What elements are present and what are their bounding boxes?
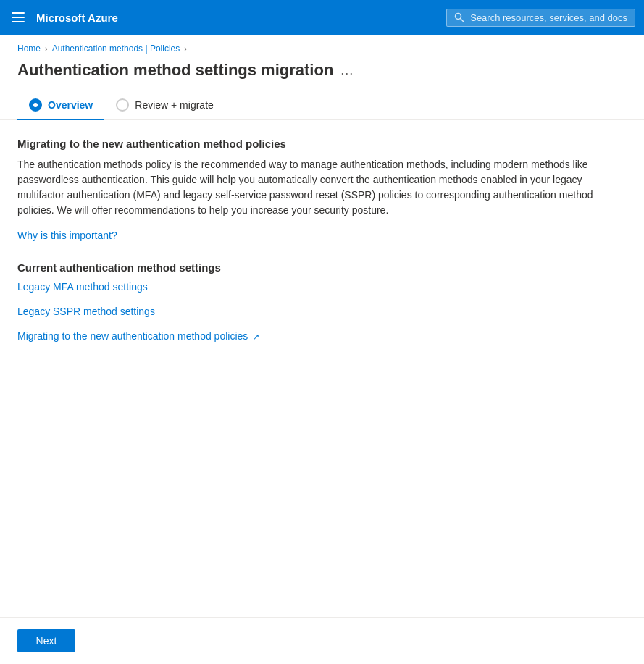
- tab-overview-label: Overview: [48, 99, 93, 111]
- breadcrumb: Home › Authentication methods | Policies…: [0, 35, 644, 58]
- breadcrumb-parent[interactable]: Authentication methods | Policies: [52, 43, 180, 54]
- link-item-sspr: Legacy SSPR method settings: [17, 306, 627, 317]
- breadcrumb-sep-2: ›: [184, 44, 187, 53]
- tab-review-indicator: [116, 98, 129, 112]
- svg-rect-2: [12, 21, 25, 22]
- svg-rect-0: [12, 12, 25, 14]
- page-header: Authentication method settings migration…: [0, 58, 644, 91]
- more-options-button[interactable]: ...: [340, 63, 354, 78]
- page-title: Authentication method settings migration: [17, 61, 333, 80]
- migrating-policies-label: Migrating to the new authentication meth…: [17, 330, 248, 342]
- breadcrumb-home[interactable]: Home: [17, 43, 41, 54]
- legacy-mfa-link[interactable]: Legacy MFA method settings: [17, 281, 148, 293]
- breadcrumb-sep-1: ›: [45, 44, 48, 53]
- tabs-bar: Overview Review + migrate: [0, 91, 644, 120]
- migrating-policies-link[interactable]: Migrating to the new authentication meth…: [17, 330, 259, 342]
- footer: Next: [0, 617, 644, 664]
- search-placeholder: Search resources, services, and docs: [470, 12, 627, 23]
- svg-point-3: [456, 14, 461, 20]
- external-link-icon: ↗: [253, 332, 259, 342]
- tab-overview-indicator: [29, 98, 42, 112]
- tab-review-migrate[interactable]: Review + migrate: [104, 91, 225, 120]
- svg-rect-1: [12, 17, 25, 18]
- link-item-migrating: Migrating to the new authentication meth…: [17, 330, 627, 342]
- why-important-link[interactable]: Why is this important?: [17, 230, 117, 241]
- hamburger-menu[interactable]: [9, 8, 28, 27]
- main-heading: Migrating to the new authentication meth…: [17, 138, 627, 150]
- legacy-sspr-link[interactable]: Legacy SSPR method settings: [17, 306, 155, 317]
- tab-overview[interactable]: Overview: [17, 91, 104, 120]
- page-body: Migrating to the new authentication meth…: [0, 120, 644, 617]
- svg-line-4: [461, 19, 464, 22]
- app-logo: Microsoft Azure: [36, 12, 118, 24]
- search-bar[interactable]: Search resources, services, and docs: [446, 9, 635, 27]
- search-icon: [454, 12, 464, 22]
- description-text: The authentication methods policy is the…: [17, 157, 611, 218]
- topbar: Microsoft Azure Search resources, servic…: [0, 0, 644, 35]
- next-button[interactable]: Next: [17, 629, 75, 652]
- link-item-mfa: Legacy MFA method settings: [17, 281, 627, 293]
- current-settings-heading: Current authentication method settings: [17, 261, 627, 274]
- current-settings-section: Current authentication method settings L…: [17, 261, 627, 342]
- tab-review-label: Review + migrate: [135, 99, 214, 111]
- main-content: Home › Authentication methods | Policies…: [0, 35, 644, 664]
